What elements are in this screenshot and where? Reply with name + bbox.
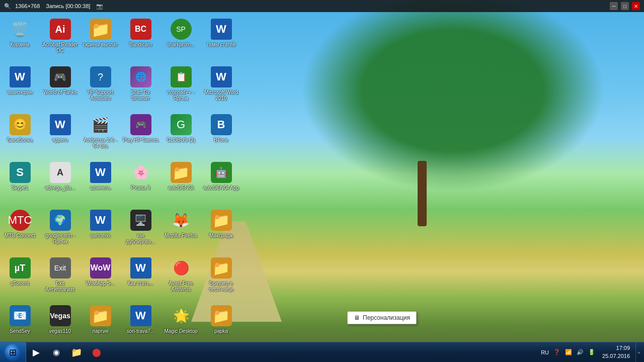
taskbar-mediaplayer-button[interactable]: ▶ bbox=[27, 343, 46, 362]
kakdub-label: как дублирова... bbox=[123, 233, 159, 245]
recording-label: Запись [00:00:38] bbox=[46, 3, 90, 9]
btone-label: BTone bbox=[214, 137, 228, 143]
temy-label: темы статей bbox=[207, 42, 235, 48]
minimize-button[interactable]: ─ bbox=[610, 2, 618, 10]
start-orb: ⊞ bbox=[5, 344, 22, 361]
icon-kakstaty[interactable]: W Как стать... bbox=[122, 253, 159, 296]
icon-firefox[interactable]: 🦊 Mozilla Firefox bbox=[162, 206, 200, 248]
tray-network[interactable]: 📶 bbox=[564, 342, 574, 362]
temy-icon: W bbox=[211, 19, 232, 40]
icon-starttor[interactable]: 🌐 Start Tor Browser bbox=[122, 62, 159, 105]
maxapad-label: Максрадж bbox=[209, 233, 233, 239]
kakstaty-label: Как стать... bbox=[128, 281, 153, 287]
taskbar-tray: RU ❓ 📶 🔊 🔋 17:09 25.07.2016 ▫ bbox=[539, 342, 644, 362]
skype-icon: S bbox=[10, 162, 31, 183]
icon-balabol[interactable]: 😊 Балаболка bbox=[1, 110, 39, 153]
autodenji2-icon: 🤖 bbox=[211, 162, 232, 183]
icon-sendsey[interactable]: 📧 SendSey bbox=[1, 301, 39, 344]
icon-autodenji[interactable]: 📁 autoDENGI bbox=[162, 158, 200, 201]
vegas-icon: Vegas bbox=[50, 305, 71, 326]
brauzer-icon: 📁 bbox=[211, 257, 232, 279]
icon-bandicam[interactable]: BC Bandicam bbox=[122, 15, 159, 57]
firefox-label: Mozilla Firefox bbox=[165, 233, 197, 239]
tray-lang[interactable]: RU bbox=[539, 342, 550, 362]
start-button[interactable]: ⊞ bbox=[0, 342, 26, 363]
icon-sharkprom[interactable]: SP sharkprom... bbox=[162, 15, 200, 57]
utorrent-label: µTorrent bbox=[11, 281, 29, 287]
notepadpp-label: notepad++ - Ярлык bbox=[163, 89, 199, 102]
icon-acrobat[interactable]: Ai Acrobat Reader DC bbox=[41, 15, 79, 57]
icon-playhp[interactable]: 🎮 Play HP Games bbox=[122, 110, 159, 153]
icon-utorrent[interactable]: µT µTorrent bbox=[1, 253, 39, 296]
icon-msword[interactable]: W Microsoft Word 2010 bbox=[202, 62, 240, 105]
icon-avidemux[interactable]: 🎬 Avidemux 2.6 - 64 bits bbox=[82, 110, 119, 153]
icon-kakdub[interactable]: 🖥️ как дублирова... bbox=[122, 206, 159, 248]
firefox-icon: 🦊 bbox=[171, 210, 192, 231]
icon-korzina[interactable]: 🗑️ Корзина bbox=[1, 15, 39, 57]
msword-label: Microsoft Word 2010 bbox=[203, 89, 239, 102]
icon-sontrava[interactable]: W son-trava7... bbox=[122, 301, 159, 344]
acrobat-icon: Ai bbox=[50, 19, 71, 40]
btone-icon: B bbox=[211, 114, 232, 135]
taskbar-chrome-button[interactable]: ◉ bbox=[47, 343, 66, 362]
icon-screeny[interactable]: 📁 скрины выплат bbox=[82, 15, 119, 57]
taskbar: ⊞ ▶ ◉ 📁 ⬤ RU ❓ 📶 🔊 🔋 17:09 25.07.2016 ▫ bbox=[0, 342, 644, 362]
icon-vegas[interactable]: Vegas vegas110 bbox=[41, 301, 79, 344]
icon-autodenji2[interactable]: 🤖 autoDENGI App bbox=[202, 158, 240, 201]
icon-googleearth[interactable]: 🌍 googleearth - Ярлык bbox=[41, 206, 79, 248]
icon-picasa[interactable]: 🌸 Picasa 3 bbox=[122, 158, 159, 201]
bandicam-label: Bandicam bbox=[129, 42, 151, 48]
exitantiplag-label: Exit Антиплагиат bbox=[42, 281, 78, 293]
papka-icon: 📁 bbox=[211, 305, 232, 326]
mts-label: MTS Connect bbox=[5, 233, 35, 239]
personalization-tooltip: 🖥 Персонализация bbox=[347, 311, 417, 324]
maximize-button[interactable]: □ bbox=[621, 2, 629, 10]
icon-worldtanks[interactable]: 🎮 World of Tanks bbox=[41, 62, 79, 105]
tray-sound[interactable]: 🔊 bbox=[575, 342, 585, 362]
icon-mts[interactable]: MТС MTS Connect bbox=[1, 206, 39, 248]
system-clock[interactable]: 17:09 25.07.2016 bbox=[598, 344, 634, 360]
partiya-icon: 📁 bbox=[90, 305, 111, 326]
hpsupport-icon: ? bbox=[90, 66, 111, 87]
playhp-icon: 🎮 bbox=[130, 114, 151, 135]
sharkprom-icon: SP bbox=[171, 19, 192, 40]
icon-papka[interactable]: 📁 papka bbox=[202, 301, 240, 344]
icon-notepadpp[interactable]: 📋 notepad++ - Ярлык bbox=[162, 62, 200, 105]
icon-skype[interactable]: S Skype1 bbox=[1, 158, 39, 201]
icon-advegopla[interactable]: A advego_pla... bbox=[41, 158, 79, 201]
icon-hpsupport[interactable]: ? HP Support Assistant bbox=[82, 62, 119, 105]
tooltip-text: Персонализация bbox=[363, 314, 410, 321]
icon-btone[interactable]: B BTone bbox=[202, 110, 240, 153]
icon-partiya[interactable]: 📁 партия bbox=[82, 301, 119, 344]
taskbar-explorer-button[interactable]: 📁 bbox=[67, 343, 86, 362]
icon-magic[interactable]: 🌟 Magic Desktop bbox=[162, 301, 200, 344]
icon-globus[interactable]: G GLOBUS (2) bbox=[162, 110, 200, 153]
taskbar-bandicam-button[interactable]: ⬤ bbox=[87, 343, 106, 362]
icon-brauzer[interactable]: 📁 Браузер в песочнице bbox=[202, 253, 240, 296]
icon-temy[interactable]: W темы статей bbox=[202, 15, 240, 57]
tray-help[interactable]: ❓ bbox=[552, 342, 562, 362]
icon-partnerki[interactable]: W partnerki bbox=[82, 206, 119, 248]
icons-container: 🗑️ Корзина Ai Acrobat Reader DC 📁 скрины… bbox=[0, 12, 282, 359]
partnerki-icon: W bbox=[90, 210, 111, 231]
icon-avast[interactable]: 🔴 Avast Free Antivirus bbox=[162, 253, 200, 296]
icon-shpinel[interactable]: W шпинель bbox=[82, 158, 119, 201]
screeny-icon: 📁 bbox=[90, 19, 111, 40]
search-icon: 🔍 bbox=[4, 3, 11, 10]
show-desktop-button[interactable]: ▫ bbox=[635, 342, 641, 362]
close-button[interactable]: ✕ bbox=[632, 2, 640, 10]
partiya-label: партия bbox=[93, 328, 109, 334]
tray-battery[interactable]: 🔋 bbox=[587, 342, 597, 362]
icon-avantyurin[interactable]: W авантюрин bbox=[1, 62, 39, 105]
acrobat-label: Acrobat Reader DC bbox=[42, 42, 78, 54]
autodenji-label: autoDENGI bbox=[168, 185, 194, 191]
clock-time: 17:09 bbox=[616, 344, 630, 352]
icon-exitantiplag[interactable]: Exit Exit Антиплагиат bbox=[41, 253, 79, 296]
msword-icon: W bbox=[211, 66, 232, 87]
icon-advego[interactable]: W адвего bbox=[41, 110, 79, 153]
icon-maxapad[interactable]: 📁 Максрадж bbox=[202, 206, 240, 248]
icon-wowapp[interactable]: WoW WowApp S... bbox=[82, 253, 119, 296]
partnerki-label: partnerki bbox=[91, 233, 110, 239]
hpsupport-label: HP Support Assistant bbox=[83, 89, 119, 102]
playhp-label: Play HP Games bbox=[123, 137, 158, 143]
